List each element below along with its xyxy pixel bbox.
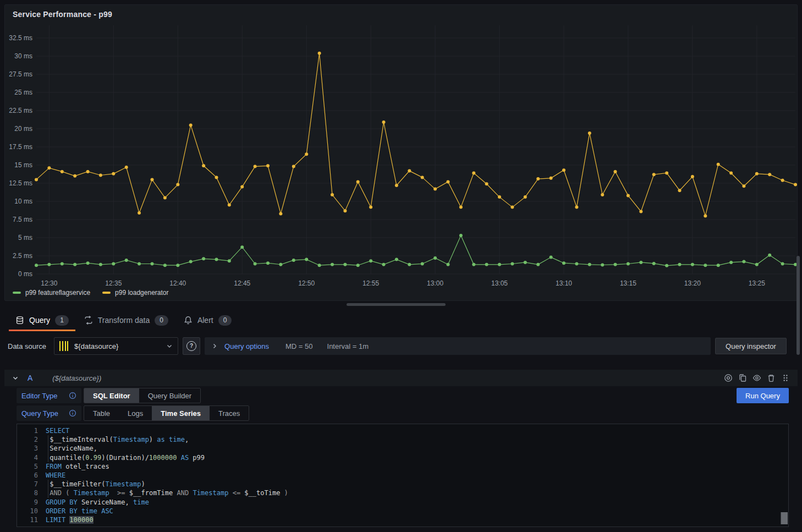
info-icon[interactable] <box>69 392 76 399</box>
code-line-1: 1SELECT <box>17 426 788 435</box>
legend-label: p99 loadgenerator <box>115 289 168 297</box>
collapse-chevron-icon[interactable] <box>12 375 19 381</box>
svg-text:32.5 ms: 32.5 ms <box>9 34 32 42</box>
info-icon[interactable] <box>69 409 76 417</box>
svg-text:2.5 ms: 2.5 ms <box>13 252 32 260</box>
database-icon <box>15 316 24 325</box>
svg-text:20 ms: 20 ms <box>14 125 32 133</box>
svg-text:12:35: 12:35 <box>105 279 122 287</box>
max-data-points-value: MD = 50 <box>285 342 313 350</box>
svg-text:0 ms: 0 ms <box>18 270 32 278</box>
panel-title: Service Performance - p99 <box>13 10 112 19</box>
chevron-right-icon <box>211 343 218 349</box>
svg-text:5 ms: 5 ms <box>18 234 32 242</box>
editor-scrollbar-thumb[interactable] <box>781 512 788 524</box>
query-row-actions <box>724 374 790 382</box>
run-query-button[interactable]: Run Query <box>737 388 789 403</box>
svg-text:12.5 ms: 12.5 ms <box>9 179 32 187</box>
query-datasource-hint: (${datasource}) <box>52 374 101 382</box>
datasource-picker[interactable]: ${datasource} <box>54 337 178 355</box>
svg-text:13:05: 13:05 <box>491 279 508 287</box>
svg-text:7.5 ms: 7.5 ms <box>13 216 32 223</box>
svg-text:13:25: 13:25 <box>749 279 765 287</box>
code-line-8: 8 AND ( Timestamp >= $__fromTime AND Tim… <box>17 489 788 497</box>
query-type-logs[interactable]: Logs <box>119 406 152 420</box>
code-line-9: 9GROUP BY ServiceName, time <box>17 498 788 507</box>
legend-item-featureflagservice[interactable]: p99 featureflagservice <box>13 289 90 297</box>
tab-transform-count-badge: 0 <box>155 315 168 326</box>
query-options-toggle[interactable]: Query options MD = 50 Interval = 1m <box>205 337 711 355</box>
time-series-chart[interactable]: 0 ms2.5 ms5 ms7.5 ms10 ms12.5 ms15 ms17.… <box>5 5 797 300</box>
svg-text:13:10: 13:10 <box>556 279 572 287</box>
bell-icon <box>184 316 193 325</box>
hide-response-eye-icon[interactable] <box>752 374 761 382</box>
query-type-switch: Table Logs Time Series Traces <box>84 405 249 421</box>
tab-query[interactable]: Query 1 <box>8 309 76 331</box>
query-type-time-series[interactable]: Time Series <box>152 406 210 420</box>
query-ref-id: A <box>28 374 32 382</box>
remove-query-trash-icon[interactable] <box>767 374 776 382</box>
editor-type-switch: SQL Editor Query Builder <box>84 388 201 403</box>
question-circle-icon: ? <box>186 341 196 351</box>
code-line-4: 4 quantile(0.99)(Duration)/1000000 AS p9… <box>17 453 788 462</box>
tab-transform-data[interactable]: Transform data 0 <box>76 309 176 331</box>
grafana-panel-editor: 0 ms2.5 ms5 ms7.5 ms10 ms12.5 ms15 ms17.… <box>0 0 802 532</box>
editor-type-query-builder[interactable]: Query Builder <box>139 388 200 403</box>
legend-swatch-green <box>13 292 21 294</box>
svg-text:25 ms: 25 ms <box>14 89 32 96</box>
query-options-link[interactable]: Query options <box>224 342 269 350</box>
duplicate-query-icon[interactable] <box>738 374 747 382</box>
chart-legend: p99 featureflagservice p99 loadgenerator <box>13 289 169 297</box>
tab-alert[interactable]: Alert 0 <box>176 309 239 331</box>
datasource-row: Data source ${datasource} ? Query option… <box>4 337 798 355</box>
query-inspector-button[interactable]: Query inspector <box>715 338 787 354</box>
chart-panel: 0 ms2.5 ms5 ms7.5 ms10 ms12.5 ms15 ms17.… <box>4 4 798 301</box>
query-row-header[interactable]: A (${datasource}) <box>4 370 798 386</box>
svg-text:12:45: 12:45 <box>234 279 250 287</box>
code-line-11: 11LIMIT 100000 <box>17 515 788 524</box>
query-type-label: Query Type <box>17 405 81 421</box>
page-scrollbar-thumb[interactable] <box>796 256 800 355</box>
svg-text:12:50: 12:50 <box>298 279 315 287</box>
datasource-help-button[interactable]: ? <box>183 337 200 355</box>
svg-text:13:15: 13:15 <box>620 279 636 287</box>
chevron-down-icon <box>166 343 173 349</box>
legend-label: p99 featureflagservice <box>25 289 90 297</box>
sql-code-editor[interactable]: 1SELECT2 $__timeInterval(Timestamp) as t… <box>17 424 789 527</box>
transform-icon <box>84 316 93 325</box>
svg-text:13:00: 13:00 <box>427 279 443 287</box>
editor-tabbar: Query 1 Transform data 0 Alert 0 <box>4 309 801 331</box>
horizontal-scrollbar-thumb[interactable] <box>347 303 446 306</box>
code-line-10: 10ORDER BY time ASC <box>17 507 788 515</box>
svg-text:12:55: 12:55 <box>362 279 379 287</box>
svg-text:30 ms: 30 ms <box>14 52 32 60</box>
code-line-6: 6WHERE <box>17 471 788 480</box>
disable-query-icon[interactable] <box>724 374 733 382</box>
interval-value: Interval = 1m <box>327 342 369 350</box>
datasource-value: ${datasource} <box>74 342 161 350</box>
drag-handle-icon[interactable] <box>781 374 790 382</box>
tab-transform-label: Transform data <box>98 316 150 325</box>
svg-text:15 ms: 15 ms <box>14 161 32 169</box>
query-type-traces[interactable]: Traces <box>210 406 249 420</box>
tab-query-label: Query <box>29 316 50 325</box>
svg-text:27.5 ms: 27.5 ms <box>9 70 32 78</box>
legend-item-loadgenerator[interactable]: p99 loadgenerator <box>102 289 168 297</box>
code-line-7: 7 $__timeFilter(Timestamp) <box>17 480 788 489</box>
query-type-table[interactable]: Table <box>84 406 119 420</box>
tab-alert-count-badge: 0 <box>218 315 232 326</box>
code-line-3: 3 ServiceName, <box>17 444 788 453</box>
legend-swatch-yellow <box>102 292 111 294</box>
editor-type-sql-editor[interactable]: SQL Editor <box>84 388 139 403</box>
svg-text:12:40: 12:40 <box>169 279 186 287</box>
tab-query-count-badge: 1 <box>55 315 69 326</box>
sql-code-lines: 1SELECT2 $__timeInterval(Timestamp) as t… <box>17 424 788 524</box>
editor-type-label-text: Editor Type <box>21 392 58 400</box>
query-editor-body: Editor Type SQL Editor Query Builder Run… <box>4 386 798 530</box>
datasource-label: Data source <box>8 342 46 350</box>
editor-type-label: Editor Type <box>17 388 81 403</box>
svg-text:12:30: 12:30 <box>41 279 57 287</box>
svg-text:22.5 ms: 22.5 ms <box>9 107 32 114</box>
code-line-2: 2 $__timeInterval(Timestamp) as time, <box>17 435 788 444</box>
query-type-label-text: Query Type <box>21 409 58 418</box>
